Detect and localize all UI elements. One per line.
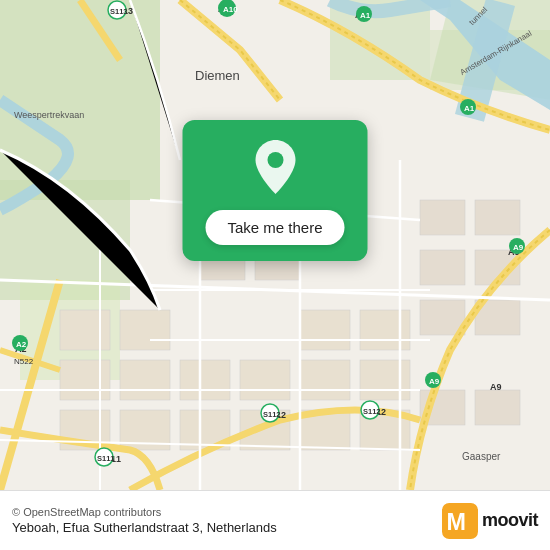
svg-text:A1: A1 <box>360 11 371 20</box>
svg-rect-10 <box>120 310 170 350</box>
svg-rect-21 <box>300 360 350 400</box>
location-pin-icon <box>251 138 299 200</box>
svg-text:A10: A10 <box>223 5 238 14</box>
svg-text:M: M <box>446 509 466 535</box>
svg-text:S112: S112 <box>263 410 281 419</box>
svg-rect-9 <box>60 310 110 350</box>
svg-rect-30 <box>475 200 520 235</box>
svg-rect-36 <box>475 390 520 425</box>
navigation-card: Take me there <box>183 120 368 261</box>
footer-bar: © OpenStreetMap contributors Yeboah, Efu… <box>0 490 550 550</box>
svg-rect-12 <box>120 360 170 400</box>
svg-rect-29 <box>420 200 465 235</box>
svg-text:A1: A1 <box>464 104 475 113</box>
svg-rect-31 <box>420 250 465 285</box>
svg-text:A2: A2 <box>16 340 27 349</box>
svg-rect-15 <box>180 360 230 400</box>
svg-point-83 <box>267 152 283 168</box>
svg-rect-20 <box>360 310 410 350</box>
svg-rect-11 <box>60 360 110 400</box>
svg-text:A9: A9 <box>513 243 524 252</box>
svg-text:Diemen: Diemen <box>195 68 240 83</box>
map-container: A10 A1 A9 A9 A2 S112 S111 S113 S112 N522… <box>0 0 550 490</box>
moovit-logo: M moovit <box>442 503 538 539</box>
take-me-there-button[interactable]: Take me there <box>205 210 344 245</box>
svg-text:Gaasper: Gaasper <box>462 451 501 462</box>
moovit-brand-label: moovit <box>482 510 538 531</box>
svg-text:N522: N522 <box>14 357 34 366</box>
svg-text:S112: S112 <box>363 407 381 416</box>
svg-text:S111: S111 <box>97 454 115 463</box>
copyright-text: © OpenStreetMap contributors <box>12 506 277 518</box>
svg-text:S113: S113 <box>110 7 128 16</box>
svg-text:Weespertrekvaan: Weespertrekvaan <box>14 110 84 120</box>
svg-text:A9: A9 <box>429 377 440 386</box>
svg-text:A9: A9 <box>490 382 502 392</box>
moovit-logo-icon: M <box>442 503 478 539</box>
address-text: Yeboah, Efua Sutherlandstraat 3, Netherl… <box>12 520 277 535</box>
footer-info: © OpenStreetMap contributors Yeboah, Efu… <box>12 506 277 535</box>
svg-rect-22 <box>360 360 410 400</box>
svg-rect-16 <box>240 360 290 400</box>
svg-rect-19 <box>300 310 350 350</box>
